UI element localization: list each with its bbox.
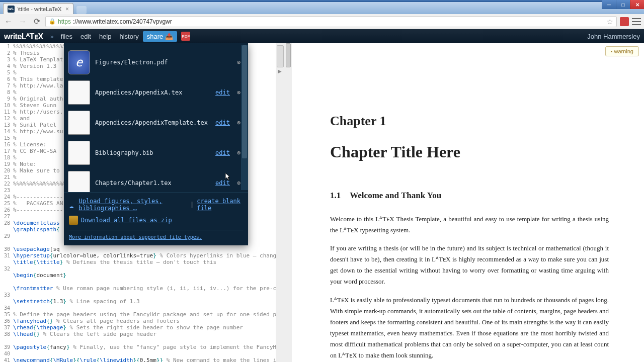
file-name: Chapters/Chapter1.tex (95, 179, 210, 187)
preview-pane: • warning Chapter 1 Chapter Title Here 1… (285, 43, 644, 362)
create-blank-link[interactable]: create blank file (197, 198, 243, 212)
forward-button[interactable]: → (17, 16, 28, 27)
electron-icon: e (68, 50, 90, 74)
file-item[interactable]: Chapters/Chapter1.texedit⊗ (68, 168, 244, 192)
lock-icon: 🔒 (49, 18, 56, 25)
panel-scrollbar[interactable] (241, 45, 248, 190)
preview-content: Chapter 1 Chapter Title Here 1.1Welcome … (285, 43, 644, 361)
document-icon (68, 141, 90, 165)
menu-edit[interactable]: edit (76, 31, 95, 42)
app-logo: writeLᴬTᴇX (4, 32, 43, 41)
back-button[interactable]: ← (3, 16, 14, 27)
file-item[interactable]: Appendices/AppendixA.texedit⊗ (68, 77, 244, 108)
tab-title: \ttitle - writeLaTeX (18, 6, 61, 12)
address-bar: ← → ⟳ 🔒 https://www.writelatex.com/24074… (0, 14, 644, 29)
chevron-icon: » (50, 33, 54, 40)
share-button[interactable]: share📤 (143, 31, 178, 42)
favicon-icon: wL (8, 6, 15, 13)
tab-strip: wL \ttitle - writeLaTeX × (0, 2, 644, 14)
file-panel: eFigures/Electron.pdf⊗Appendices/Appendi… (64, 43, 248, 245)
file-item[interactable]: Bibliography.bibedit⊗ (68, 138, 244, 168)
menu-history[interactable]: history (115, 31, 142, 42)
document-icon (68, 80, 90, 105)
menu-files[interactable]: files (57, 31, 76, 42)
file-list: eFigures/Electron.pdf⊗Appendices/Appendi… (64, 43, 248, 192)
divider-handle[interactable] (277, 45, 284, 67)
panel-scroll-thumb[interactable] (242, 45, 247, 158)
file-name: Figures/Electron.pdf (95, 59, 232, 66)
app-toolbar: writeLᴬTᴇX » files edit help history sha… (0, 29, 644, 43)
url-path: ://www.writelatex.com/240747vpvgwr (73, 18, 172, 25)
upload-icon: ☁ (69, 201, 75, 209)
chapter-title: Chapter Title Here (330, 143, 609, 161)
preview-scrollbar[interactable] (285, 43, 292, 362)
paragraph: If you are writing a thesis (or will be … (330, 243, 609, 287)
zip-icon (69, 216, 78, 225)
file-name: Appendices/AppendixA.tex (95, 89, 210, 96)
document-icon (68, 111, 90, 135)
paragraph: LᴬTᴇX is easily able to professionally t… (330, 295, 609, 361)
file-edit-link[interactable]: edit (215, 149, 230, 156)
warning-button[interactable]: • warning (605, 46, 639, 56)
share-icon: 📤 (165, 33, 173, 40)
bookmark-icon[interactable]: ☆ (607, 18, 613, 26)
upload-link[interactable]: Upload figures, styles, bibliographies … (78, 198, 187, 212)
divider-arrow-icon: ▶ (278, 68, 282, 74)
tab-close-icon[interactable]: × (65, 6, 69, 13)
url-scheme: https (58, 18, 71, 25)
url-input[interactable]: 🔒 https://www.writelatex.com/240747vpvgw… (45, 16, 617, 27)
new-tab-button[interactable] (76, 6, 87, 14)
file-edit-link[interactable]: edit (215, 119, 230, 126)
supported-types-link[interactable]: More information about supported file ty… (69, 234, 202, 240)
line-gutter: 1234567891011121314151617181920212223242… (0, 43, 12, 362)
editor-pane[interactable]: 1234567891011121314151617181920212223242… (0, 43, 276, 362)
section-heading: 1.1Welcome and Thank You (330, 191, 609, 201)
download-zip-link[interactable]: Download all files as zip (81, 217, 172, 224)
panel-actions: ☁ Upload figures, styles, bibliographies… (64, 192, 248, 245)
pdf-icon[interactable]: PDF (181, 32, 190, 41)
file-edit-link[interactable]: edit (215, 179, 230, 187)
window-maximize[interactable]: □ (616, 0, 630, 9)
document-icon (68, 171, 90, 192)
window-minimize[interactable]: ─ (602, 0, 616, 9)
file-item[interactable]: Appendices/AppendixTemplate.texedit⊗ (68, 108, 244, 138)
window-close[interactable]: ✕ (630, 0, 644, 9)
chrome-menu-icon[interactable] (632, 18, 641, 25)
chapter-heading: Chapter 1 (330, 114, 609, 129)
file-name: Bibliography.bib (95, 149, 210, 156)
menu-help[interactable]: help (95, 31, 116, 42)
extension-icon[interactable] (620, 17, 629, 26)
pane-divider[interactable]: ▶ (276, 43, 285, 362)
file-item[interactable]: eFigures/Electron.pdf⊗ (68, 47, 244, 77)
browser-tab[interactable]: wL \ttitle - writeLaTeX × (3, 3, 73, 14)
file-edit-link[interactable]: edit (215, 89, 230, 96)
reload-button[interactable]: ⟳ (31, 16, 42, 27)
preview-scroll-thumb[interactable] (286, 43, 291, 67)
user-name[interactable]: John Hammersley (587, 33, 640, 40)
window-controls: ─ □ ✕ (602, 0, 644, 9)
paragraph: Welcome to this LᴬTᴇX Thesis Template, a… (330, 214, 609, 236)
file-name: Appendices/AppendixTemplate.tex (95, 119, 210, 126)
